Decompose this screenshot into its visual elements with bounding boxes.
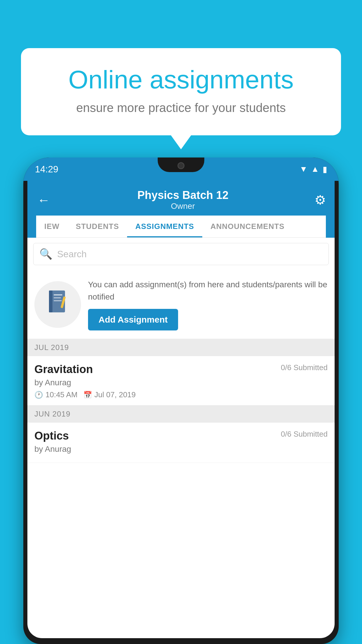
settings-button[interactable]: ⚙ <box>314 192 326 207</box>
assignment-row1: Gravitation 0/6 Submitted <box>34 363 328 376</box>
signal-icon: ▲ <box>311 164 319 174</box>
svg-rect-4 <box>54 300 62 301</box>
app-screen: ← Physics Batch 12 Owner ⚙ IEW STUDENTS … <box>27 181 335 638</box>
search-icon: 🔍 <box>39 248 52 260</box>
assignment-item-gravitation[interactable]: Gravitation 0/6 Submitted by Anurag 🕐 10… <box>27 356 335 405</box>
assignment-meta: 🕐 10:45 AM 📅 Jul 07, 2019 <box>34 390 328 399</box>
tab-students[interactable]: STUDENTS <box>68 216 127 237</box>
search-input[interactable]: Search <box>57 249 87 260</box>
status-icons: ▼ ▲ ▮ <box>300 164 327 174</box>
search-bar[interactable]: 🔍 Search <box>33 243 329 265</box>
search-container: 🔍 Search <box>27 238 335 270</box>
speech-bubble: Online assignments ensure more practice … <box>21 48 341 135</box>
time-meta: 🕐 10:45 AM <box>34 390 78 399</box>
phone-frame: 14:29 ▼ ▲ ▮ ← Physics Batch 12 Owner ⚙ <box>23 158 339 644</box>
section-header-jun: JUN 2019 <box>27 405 335 423</box>
batch-title: Physics Batch 12 <box>137 189 229 202</box>
assignment-name-optics: Optics <box>34 430 69 442</box>
assignment-author: by Anurag <box>34 378 328 387</box>
promo-description: You can add assignment(s) from here and … <box>88 279 328 303</box>
camera-notch <box>178 162 184 169</box>
speech-bubble-subtitle: ensure more practice for your students <box>44 101 318 115</box>
tab-announcements[interactable]: ANNOUNCEMENTS <box>202 216 293 237</box>
tab-assignments[interactable]: ASSIGNMENTS <box>127 216 202 237</box>
notch <box>158 158 204 172</box>
assignment-author-optics: by Anurag <box>34 444 328 454</box>
assignment-name: Gravitation <box>34 363 93 376</box>
date-meta: 📅 Jul 07, 2019 <box>83 390 136 399</box>
tabs-bar: IEW STUDENTS ASSIGNMENTS ANNOUNCEMENTS <box>36 216 326 238</box>
battery-icon: ▮ <box>323 164 327 174</box>
assignment-row1-optics: Optics 0/6 Submitted <box>34 430 328 442</box>
assignment-time: 10:45 AM <box>45 390 78 399</box>
assignment-item-optics[interactable]: Optics 0/6 Submitted by Anurag <box>27 423 335 463</box>
notebook-icon <box>46 289 69 320</box>
status-time: 14:29 <box>35 164 58 175</box>
batch-subtitle: Owner <box>137 202 229 211</box>
assignment-submitted: 0/6 Submitted <box>281 363 328 372</box>
tab-iew[interactable]: IEW <box>36 216 68 237</box>
add-assignment-button[interactable]: Add Assignment <box>88 309 178 330</box>
svg-rect-2 <box>54 294 62 295</box>
promo-section: You can add assignment(s) from here and … <box>27 270 335 339</box>
app-header: ← Physics Batch 12 Owner ⚙ IEW STUDENTS … <box>27 181 335 238</box>
assignment-submitted-optics: 0/6 Submitted <box>281 430 328 439</box>
header-title-group: Physics Batch 12 Owner <box>137 189 229 211</box>
wifi-icon: ▼ <box>300 164 308 174</box>
promo-content: You can add assignment(s) from here and … <box>88 279 328 330</box>
header-row: ← Physics Batch 12 Owner ⚙ <box>36 184 326 216</box>
calendar-icon: 📅 <box>83 391 92 399</box>
back-button[interactable]: ← <box>36 192 51 209</box>
svg-rect-3 <box>54 297 61 298</box>
clock-icon: 🕐 <box>34 391 43 399</box>
assignment-date: Jul 07, 2019 <box>94 390 136 399</box>
promo-icon-circle <box>34 281 81 328</box>
section-header-jul: JUL 2019 <box>27 339 335 356</box>
svg-rect-1 <box>49 290 52 312</box>
speech-bubble-title: Online assignments <box>44 66 318 94</box>
